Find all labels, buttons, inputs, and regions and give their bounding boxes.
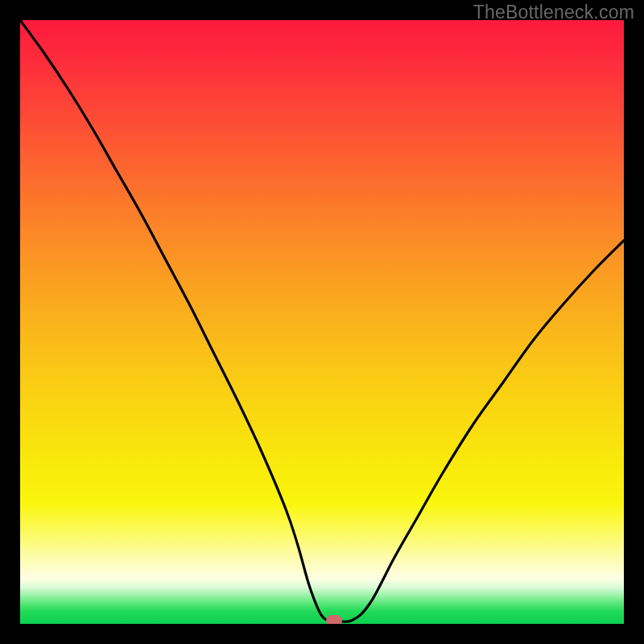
curve-svg xyxy=(20,20,624,624)
plot-area xyxy=(20,20,624,624)
optimal-point-marker xyxy=(326,615,342,625)
chart-frame: TheBottleneck.com xyxy=(0,0,644,644)
watermark-text: TheBottleneck.com xyxy=(473,2,634,23)
bottleneck-curve xyxy=(20,20,624,621)
